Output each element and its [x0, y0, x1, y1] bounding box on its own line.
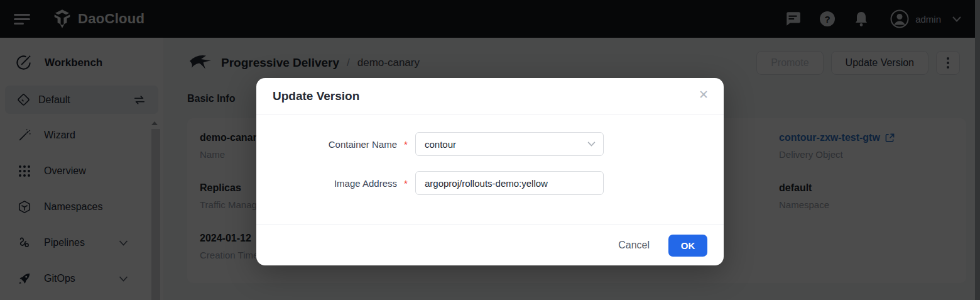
image-address-label: Image Address — [273, 178, 397, 189]
required-asterisk: * — [401, 139, 411, 150]
select-chevron-down-icon — [587, 142, 596, 147]
required-asterisk: * — [401, 178, 411, 189]
container-name-select[interactable]: contour — [415, 132, 604, 156]
image-address-input[interactable] — [425, 178, 594, 189]
modal-title: Update Version — [273, 89, 359, 103]
image-address-field — [415, 171, 604, 195]
cancel-button[interactable]: Cancel — [618, 240, 650, 251]
update-version-modal: Update Version ✕ Container Name * contou… — [256, 78, 724, 265]
close-icon[interactable]: ✕ — [699, 89, 709, 101]
ok-button[interactable]: OK — [668, 235, 707, 257]
container-name-label: Container Name — [273, 139, 397, 150]
